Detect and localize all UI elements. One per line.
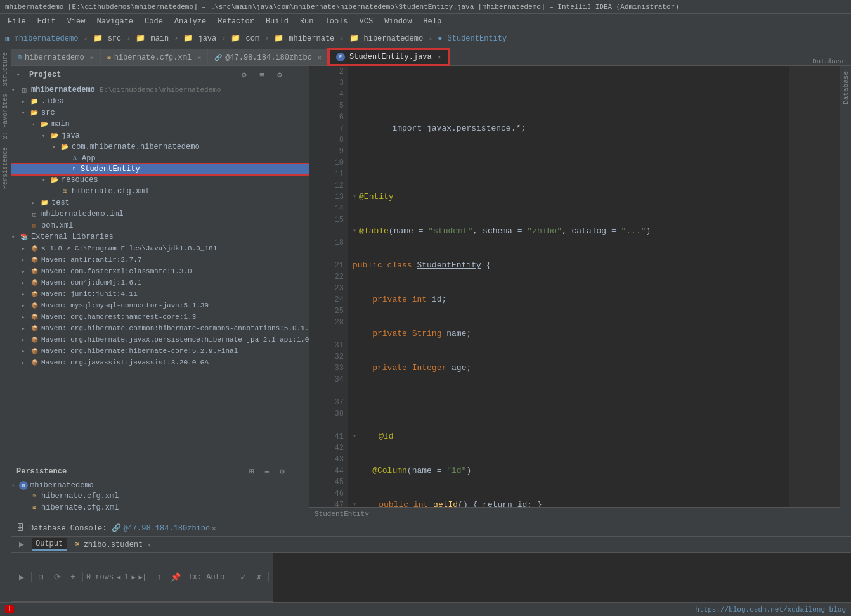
zhibo-student-close[interactable]: ✕ [147,542,151,549]
tab-hibernate-cfg-close[interactable]: ✕ [197,54,201,61]
tab-student-entity-close[interactable]: ✕ [438,53,441,61]
menu-navigate[interactable]: Navigate [91,16,138,27]
left-label-favorites[interactable]: 2: Favorites [1,90,10,143]
tree-item-java[interactable]: 📂 java [11,130,309,141]
tree-item-idea[interactable]: 📁 .idea [11,96,309,107]
rows-nav-prev[interactable]: ◀ [117,574,120,581]
menu-window[interactable]: Window [379,16,417,27]
db-server-tab[interactable]: 🔗 @47.98.184.180zhibo ✕ [112,523,216,533]
tree-item-app[interactable]: A App [11,153,309,164]
menu-tools[interactable]: Tools [320,16,353,27]
project-gear-icon[interactable]: ⚙ [273,68,286,81]
nav-com[interactable]: com [245,34,259,43]
nav-hibernatedemo[interactable]: hibernatedemo [364,34,424,43]
left-label-persistence[interactable]: Persistence [1,143,10,193]
project-layout-icon[interactable]: ≡ [256,68,268,81]
console-rollback[interactable]: ✗ [252,571,265,584]
nav-java[interactable]: java [198,34,216,43]
persistence-gear-icon[interactable]: ⚙ [276,465,289,478]
tree-item-classmate[interactable]: 📦 Maven: com.fasterxml:classmate:1.3.0 [11,266,309,277]
console-tool2[interactable]: ⟳ [51,571,63,584]
tree-item-junit[interactable]: 📦 Maven: junit:junit:4.11 [11,288,309,300]
menu-run[interactable]: Run [295,16,319,27]
persistence-root[interactable]: m mhibernatedemo [11,480,309,491]
tree-item-dom4j[interactable]: 📦 Maven: dom4j:dom4j:1.6.1 [11,277,309,288]
menu-help[interactable]: Help [418,16,446,27]
nav-studententity[interactable]: StudentEntity [448,34,507,43]
nav-mhibernate[interactable]: mhibernate [289,34,334,43]
tree-item-jpa-api[interactable]: 📦 Maven: org.hibernate.javax.persistence… [11,334,309,345]
fold-6[interactable]: ▾ [353,226,356,237]
menu-analyze[interactable]: Analyze [169,16,211,27]
tab-hibernatedemo-close[interactable]: ✕ [90,54,94,61]
tree-item-hibernate-core[interactable]: 📦 Maven: org.hibernate:hibernate-core:5.… [11,345,309,357]
rows-nav-end[interactable]: ▶| [138,574,146,581]
tree-item-jdk[interactable]: 📦 < 1.8 > C:\Program Files\Java\jdk1.8.0… [11,243,309,254]
nav-main[interactable]: main [150,34,169,43]
project-settings-icon[interactable]: ⚙ [238,68,250,81]
tree-item-ext-libs[interactable]: 📚 External Libraries [11,231,309,243]
tree-item-root[interactable]: ◫ mhibernatedemo E:\githubdemos\mhiberna… [11,84,309,96]
tab-hibernate-cfg[interactable]: ≋ hibernate.cfg.xml ✕ [101,49,208,65]
status-error-icon[interactable]: ! [5,605,14,613]
console-play-btn[interactable]: ▶ [15,571,28,584]
tree-item-main[interactable]: 📂 main [11,119,309,130]
editor: 2 3 4 5 6 7 8 9 10 11 12 13 14 [309,66,840,520]
tree-item-hamcrest[interactable]: 📦 Maven: org.hamcrest:hamcrest-core:1.3 [11,311,309,323]
tree-item-student-entity[interactable]: E StudentEntity [11,164,309,174]
rows-nav-next[interactable]: ▶ [131,574,135,581]
menu-view[interactable]: View [62,16,91,27]
tab-db-connection-close[interactable]: ✕ [318,54,322,61]
menu-refactor[interactable]: Refactor [212,16,259,27]
console-export-btn[interactable]: ↑ [153,571,166,584]
bottom-tool-run[interactable]: ▶ [15,538,28,551]
tree-item-hcfg[interactable]: ≋ hibernate.cfg.xml [11,186,309,197]
menu-vcs[interactable]: VCS [354,16,379,27]
fold-5[interactable]: ▾ [353,191,356,203]
left-label-structure[interactable]: Structure [1,48,10,90]
minimap [789,66,840,507]
menu-build[interactable]: Build [261,16,294,27]
tab-db-connection[interactable]: 🔗 @47.98.184.180zhibo ✕ [208,49,328,65]
db-right-label[interactable]: Database [842,71,850,105]
tab-hibernatedemo[interactable]: m hibernatedemo ✕ [11,49,101,65]
nav-src[interactable]: src [108,34,122,43]
console-table-icon[interactable]: ⊞ [35,571,48,584]
tree-item-iml[interactable]: ◫ mhibernatedemo.iml [11,209,309,220]
console-add-row[interactable]: + [67,571,79,584]
persistence-settings-icon[interactable]: ⊞ [245,465,258,478]
bottom-tabs-bar: 🗄 Database Console: 🔗 @47.98.184.180zhib… [11,520,851,537]
persistence-close-icon[interactable]: — [291,465,304,478]
menu-file[interactable]: File [3,16,31,27]
tree-item-commons-ann[interactable]: 📦 Maven: org.hibernate.common:hibernate-… [11,323,309,334]
db-right-panel[interactable]: Database [840,66,851,520]
fold-12[interactable]: ▾ [353,431,356,442]
console-pin-btn[interactable]: 📌 [169,571,182,584]
db-server-close[interactable]: ✕ [212,525,216,532]
tree-item-javassist[interactable]: 📦 Maven: org.javassist:javassist:3.20.0-… [11,357,309,368]
tree-item-pom[interactable]: m pom.xml [11,220,309,231]
nav-project[interactable]: mhibernatedemo [15,34,79,43]
tree-item-mysql[interactable]: 📦 Maven: mysql:mysql-connector-java:5.1.… [11,300,309,311]
tree-item-resources[interactable]: 📂 resouces [11,174,309,186]
menu-code[interactable]: Code [140,16,168,27]
fold-14[interactable]: ▾ [353,499,356,507]
status-url[interactable]: https://blog.csdn.net/xudailong_blog [695,606,846,613]
project-expand[interactable] [16,72,24,79]
zhibo-student-tab[interactable]: ≋ zhibo.student ✕ [70,539,155,551]
tab-student-entity[interactable]: E StudentEntity.java ✕ [328,49,449,65]
code-content[interactable]: import javax.persistence.*; ▾@Entity ▾@T… [348,66,789,507]
tree-label-root: mhibernatedemo E:\githubdemos\mhibernate… [31,86,221,94]
tree-item-src[interactable]: 📂 src [11,107,309,119]
tree-item-com[interactable]: 📂 com.mhibernate.hibernatedemo [11,141,309,153]
persistence-sort-icon[interactable]: ≡ [261,465,273,478]
persistence-hcfg2[interactable]: ≋ hibernate.cfg.xml [11,502,309,513]
console-commit[interactable]: ✓ [237,571,249,584]
code-area[interactable]: 2 3 4 5 6 7 8 9 10 11 12 13 14 [309,66,840,507]
menu-edit[interactable]: Edit [32,16,61,27]
tree-item-antlr[interactable]: 📦 Maven: antlr:antlr:2.7.7 [11,254,309,266]
persistence-hcfg1[interactable]: ≋ hibernate.cfg.xml [11,491,309,502]
tree-item-test[interactable]: 📁 test [11,197,309,209]
project-close-icon[interactable]: — [291,68,304,81]
output-tab[interactable]: Output [32,538,67,551]
